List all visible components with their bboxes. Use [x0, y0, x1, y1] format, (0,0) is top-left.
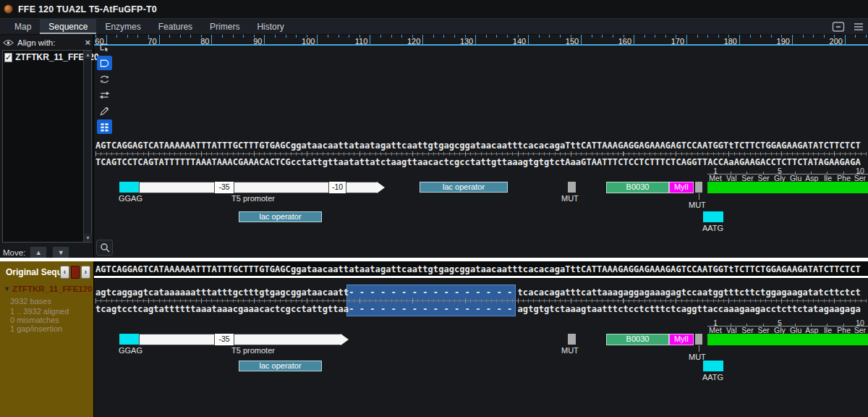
ruler-minor-tick: [433, 35, 434, 38]
ruler-minor-tick: [169, 35, 170, 38]
tab-primers[interactable]: Primers: [201, 19, 248, 34]
feature-mut-1[interactable]: [568, 182, 576, 193]
feature-atfugfp[interactable]: AtFuGFP →: [707, 182, 868, 193]
next-sequence-button[interactable]: ›: [81, 266, 90, 279]
ruler-minor-tick: [718, 35, 719, 38]
ruler-major-tick: [475, 35, 476, 44]
tab-features[interactable]: Features: [150, 19, 201, 34]
feature-lac-operator-2[interactable]: lac operator: [239, 211, 322, 222]
list-item[interactable]: ✓ZTFTKR_11_FFE120: [3, 51, 91, 64]
refresh-alignment-tool-icon[interactable]: [97, 72, 112, 86]
ruler-minor-tick: [613, 35, 613, 38]
feature-name-label: AATG: [702, 224, 723, 232]
ruler-minor-tick: [602, 35, 603, 38]
ruler-major-tick: [528, 35, 529, 44]
align-with-panel: Align with: × ✓ZTFTKR_11_FFE120 ▲ ▼ Move…: [0, 35, 94, 258]
ruler-major-tick: [370, 35, 370, 44]
ruler-major-tick: [792, 35, 793, 44]
feature-name-label: AATG: [702, 373, 723, 382]
feature-mut-2[interactable]: [695, 182, 702, 193]
feature-ggag[interactable]: [119, 182, 139, 193]
tab-map[interactable]: Map: [6, 19, 40, 34]
ruler-minor-tick: [443, 35, 444, 38]
menu-icon[interactable]: [851, 20, 867, 34]
move-up-button[interactable]: ▲: [30, 246, 47, 258]
close-icon[interactable]: ×: [85, 39, 90, 46]
select-range-tool-icon[interactable]: [97, 40, 112, 54]
ruler-minor-tick: [655, 35, 655, 38]
add-feature-tool-icon[interactable]: [97, 56, 112, 70]
swap-strands-tool-icon[interactable]: [97, 88, 112, 102]
collapse-panel-icon[interactable]: [830, 20, 846, 34]
consensus-sequence-view[interactable]: 6070809010011012013014015016017018019020…: [94, 35, 868, 258]
feature-b0030[interactable]: B0030: [606, 182, 669, 193]
snapgene-alignment-window: FFE 120 TUA2L T5-AtFuGFP-T0 MapSequenceE…: [0, 0, 868, 417]
tab-sequence[interactable]: Sequence: [40, 19, 96, 34]
scroll-up-icon[interactable]: ▲: [84, 51, 92, 59]
list-scrollbar[interactable]: ▲ ▼: [83, 51, 91, 242]
ruler-minor-tick: [750, 35, 751, 38]
title-bar: FFE 120 TUA2L T5-AtFuGFP-T0: [0, 0, 868, 19]
ruler-minor-tick: [391, 35, 392, 38]
ruler-minor-tick: [233, 35, 234, 38]
arrow-tip: [341, 334, 349, 345]
color-swatch-button[interactable]: [71, 266, 80, 279]
window-title: FFE 120 TUA2L T5-AtFuGFP-T0: [18, 4, 157, 14]
tab-enzymes[interactable]: Enzymes: [96, 19, 149, 34]
collapse-triangle-icon[interactable]: ▼: [4, 285, 10, 292]
prev-sequence-button[interactable]: ‹: [60, 266, 69, 279]
ruler-label: 120: [404, 37, 420, 46]
strand-tick-ruler: [95, 151, 867, 156]
ruler-minor-tick: [549, 35, 550, 38]
tab-history[interactable]: History: [248, 19, 292, 34]
original-sequence-view[interactable]: AGTCAGGAGTCATAAAAAATTTATTTGCTTTGTGAGCgga…: [94, 261, 868, 417]
ruler-minor-tick: [296, 35, 297, 38]
grid-view-tool-icon[interactable]: [97, 119, 112, 134]
scroll-down-icon[interactable]: ▼: [84, 234, 92, 242]
feature-mlyi[interactable]: MylI: [669, 334, 694, 345]
ruler-minor-tick: [824, 35, 825, 38]
aligned-sequences-list: ✓ZTFTKR_11_FFE120 ▲ ▼: [2, 50, 92, 243]
ruler-label: 190: [773, 37, 790, 46]
feature-mut-2[interactable]: [695, 334, 702, 345]
aligned-tick-ruler: [95, 298, 867, 303]
ruler-minor-tick: [560, 35, 561, 38]
ruler-label: 150: [562, 37, 579, 46]
feature-t5-promoter[interactable]: -35: [139, 334, 341, 345]
feature-b0030[interactable]: B0030: [606, 334, 669, 345]
ruler-minor-tick: [222, 35, 223, 38]
feature-mut-1[interactable]: [568, 334, 576, 345]
ruler-minor-tick: [496, 35, 497, 38]
feature-mlyi[interactable]: MylI: [669, 182, 694, 193]
feature-lac-operator-1[interactable]: lac operator: [420, 182, 508, 193]
feature-atfugfp[interactable]: AtFuGFP →: [707, 334, 868, 345]
ruler-minor-tick: [592, 35, 592, 38]
ruler-label: 90: [245, 37, 262, 46]
alignment-stat: 1 gap/insertion: [10, 324, 62, 333]
feature-name-label: T5 promoter: [231, 194, 275, 203]
ruler-minor-tick: [760, 35, 761, 38]
ruler-major-tick: [317, 35, 318, 44]
position-ruler: 6070809010011012013014015016017018019020…: [94, 35, 868, 46]
edit-sequence-tool-icon[interactable]: [97, 104, 112, 118]
feature-name-label: MUT: [561, 194, 579, 203]
feature-aatg[interactable]: [703, 361, 723, 371]
feature-ggag[interactable]: [119, 334, 139, 345]
ruler-label: 140: [509, 37, 526, 46]
callout-line: [699, 193, 699, 200]
ruler-label: 130: [456, 37, 473, 46]
checkbox[interactable]: ✓: [4, 53, 12, 62]
move-down-button[interactable]: ▼: [52, 246, 69, 258]
ruler-minor-tick: [697, 35, 698, 38]
ruler-label: 170: [668, 37, 684, 46]
alignment-stat: 3932 bases: [10, 297, 51, 306]
ruler-major-tick: [686, 35, 687, 44]
feature-t5-promoter[interactable]: -35-10: [139, 182, 378, 193]
original-sequence-panel: Original Sequence ‹ › ▼ ZTFTKR_11_FFE120…: [0, 261, 94, 417]
ruler-major-tick: [739, 35, 740, 44]
original-sequence-title: Original Sequence: [6, 267, 68, 277]
ruler-minor-tick: [275, 35, 276, 38]
feature-lac-operator-2[interactable]: lac operator: [239, 361, 322, 371]
feature-aatg[interactable]: [703, 211, 723, 222]
ruler-major-tick: [422, 35, 423, 44]
